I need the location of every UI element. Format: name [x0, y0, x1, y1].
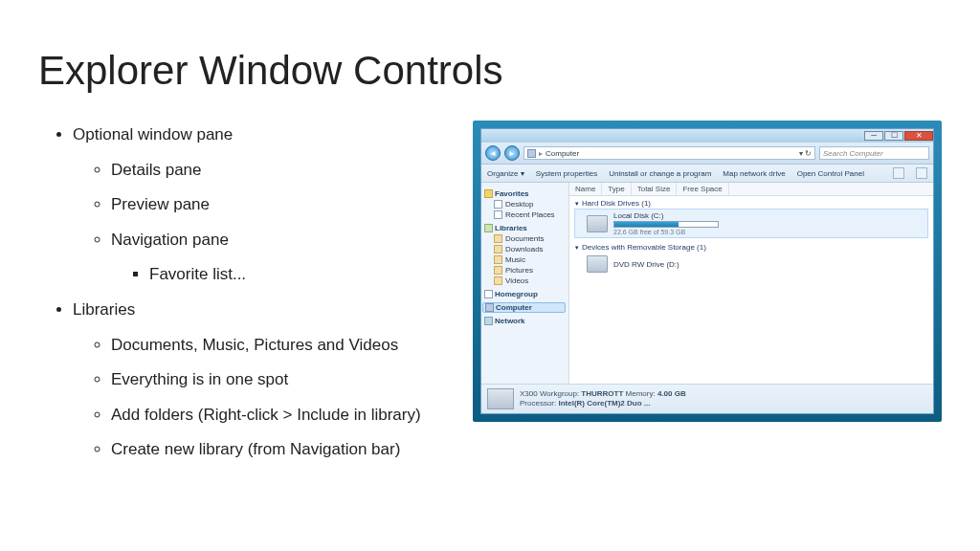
help-icon[interactable]	[916, 167, 927, 179]
nav-back-button[interactable]: ◄	[485, 145, 501, 161]
search-placeholder: Search Computer	[823, 149, 883, 158]
col-type[interactable]: Type	[602, 183, 631, 195]
open-control-panel-button[interactable]: Open Control Panel	[797, 169, 864, 178]
library-icon	[484, 224, 493, 232]
folder-icon	[494, 255, 502, 264]
bullet-l2: Create new library (from Navigation bar)	[111, 435, 450, 465]
slide-bullets: Optional window pane Details pane Previe…	[38, 121, 450, 471]
address-bar[interactable]: ▸ Computer ▾ ↻	[523, 146, 815, 160]
optical-drive-icon	[587, 255, 608, 273]
folder-icon	[494, 245, 502, 253]
nav-item-recent[interactable]: Recent Places	[484, 209, 566, 220]
computer-large-icon	[487, 388, 514, 409]
nav-group-favorites[interactable]: Favorites	[484, 189, 566, 198]
bullet-l2: Navigation pane	[111, 226, 450, 255]
drive-dvd-d[interactable]: DVD RW Drive (D:)	[575, 253, 927, 275]
close-button[interactable]: ✕	[904, 131, 933, 141]
capacity-bar	[613, 221, 719, 228]
section-hdd[interactable]: ▾Hard Disk Drives (1)	[575, 199, 927, 208]
star-icon	[484, 189, 493, 198]
col-total[interactable]: Total Size	[632, 183, 678, 195]
desktop-icon	[494, 200, 502, 209]
status-proc-label: Processor:	[520, 399, 558, 408]
computer-icon	[485, 303, 494, 312]
bullet-l2: Preview pane	[111, 190, 450, 220]
slide-title: Explorer Window Controls	[38, 48, 942, 94]
bullet-l2: Everything is in one spot	[111, 365, 450, 395]
hdd-icon	[587, 215, 608, 232]
nav-group-network[interactable]: Network	[484, 317, 566, 325]
nav-group-libraries[interactable]: Libraries	[484, 224, 566, 232]
system-properties-button[interactable]: System properties	[536, 169, 597, 178]
uninstall-program-button[interactable]: Uninstall or change a program	[609, 169, 711, 178]
nav-item-music[interactable]: Music	[484, 254, 566, 265]
nav-group-computer[interactable]: Computer	[482, 302, 566, 313]
nav-item-videos[interactable]: Videos	[484, 276, 566, 286]
network-icon	[484, 317, 493, 325]
bullet-l2: Add folders (Right-click > Include in li…	[111, 401, 450, 430]
chevron-right-icon: ▸	[539, 149, 543, 158]
window-titlebar: ─ ☐ ✕	[481, 129, 933, 143]
section-removable[interactable]: ▾Devices with Removable Storage (1)	[575, 243, 927, 252]
homegroup-icon	[484, 290, 493, 298]
status-memory: 4.00 GB	[657, 389, 686, 398]
nav-item-downloads[interactable]: Downloads	[484, 244, 566, 254]
status-mem-label: Memory:	[623, 389, 657, 398]
col-name[interactable]: Name	[569, 183, 602, 195]
content-pane: Name Type Total Size Free Space ▾Hard Di…	[569, 183, 933, 384]
nav-group-homegroup[interactable]: Homegroup	[484, 290, 566, 298]
bullet-l1: Libraries	[73, 296, 450, 325]
navigation-pane: Favorites Desktop Recent Places Librarie…	[481, 183, 569, 384]
nav-forward-button[interactable]: ►	[504, 145, 520, 161]
bullet-l3: Favorite list...	[149, 260, 450, 290]
status-name: X300 Workgroup:	[520, 389, 581, 398]
maximize-button[interactable]: ☐	[884, 131, 903, 141]
nav-item-pictures[interactable]: Pictures	[484, 265, 566, 276]
bullet-l2: Details pane	[111, 156, 450, 186]
bullet-l2: Documents, Music, Pictures and Videos	[111, 331, 450, 361]
bullet-l1: Optional window pane	[73, 121, 450, 150]
folder-icon	[494, 276, 502, 285]
status-bar: X300 Workgroup: THURROTT Memory: 4.00 GB…	[481, 384, 933, 413]
folder-icon	[494, 234, 502, 243]
computer-icon	[527, 149, 536, 158]
status-processor: Intel(R) Core(TM)2 Duo ...	[558, 399, 650, 408]
col-free[interactable]: Free Space	[677, 183, 728, 195]
explorer-screenshot: ─ ☐ ✕ ◄ ► ▸ Computer ▾ ↻	[473, 121, 942, 471]
nav-item-documents[interactable]: Documents	[484, 233, 566, 244]
drive-local-disk-c[interactable]: Local Disk (C:) 22.6 GB free of 59.3 GB	[575, 209, 927, 237]
chevron-down-icon: ▾	[575, 200, 579, 208]
status-workgroup: THURROTT	[581, 389, 623, 398]
toolbar: Organize ▾ System properties Uninstall o…	[481, 165, 933, 183]
search-input[interactable]: Search Computer	[819, 146, 929, 160]
folder-icon	[494, 266, 502, 275]
addr-dropdown-icon[interactable]: ▾ ↻	[799, 149, 812, 158]
breadcrumb: Computer	[546, 149, 579, 158]
drive-label: DVD RW Drive (D:)	[613, 260, 679, 269]
chevron-down-icon: ▾	[575, 244, 579, 252]
organize-menu[interactable]: Organize ▾	[487, 169, 524, 178]
column-headers: Name Type Total Size Free Space	[569, 183, 933, 196]
drive-label: Local Disk (C:)	[613, 211, 719, 220]
nav-item-desktop[interactable]: Desktop	[484, 199, 566, 209]
drive-free-text: 22.6 GB free of 59.3 GB	[613, 229, 719, 235]
map-network-drive-button[interactable]: Map network drive	[723, 169, 785, 178]
view-icon[interactable]	[893, 167, 904, 179]
minimize-button[interactable]: ─	[864, 131, 883, 141]
recent-icon	[494, 210, 502, 219]
